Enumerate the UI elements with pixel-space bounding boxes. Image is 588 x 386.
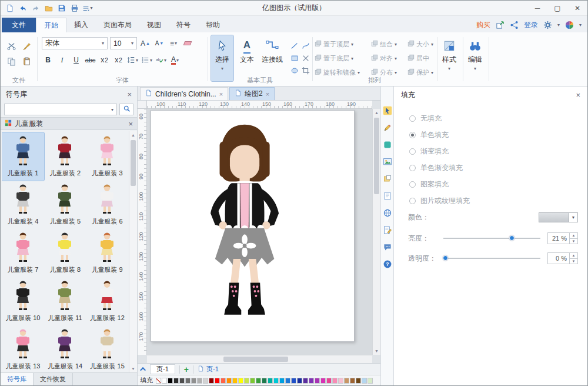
palette-color[interactable] [191, 378, 196, 384]
undo-icon[interactable] [17, 2, 28, 14]
palette-color[interactable] [226, 378, 232, 384]
fill-option-0[interactable]: 无填充 [409, 114, 470, 124]
cut-icon[interactable] [4, 38, 19, 54]
shape-tool-icon[interactable] [382, 139, 393, 150]
spin-down-icon[interactable]: ▼ [570, 239, 577, 244]
line-spacing-button[interactable]: ▾ [126, 54, 139, 66]
font-color-button[interactable]: A▾ [169, 54, 181, 66]
symbol-item[interactable]: 儿童服装 8 [44, 229, 86, 277]
palette-color[interactable] [173, 378, 179, 384]
palette-color[interactable] [326, 378, 332, 384]
symbol-item[interactable]: 儿童服装 4 [2, 181, 44, 229]
select-tool-button[interactable]: 选择 ▾ [211, 35, 233, 81]
collapse-icon[interactable] [140, 367, 146, 373]
comment-tool-icon[interactable] [382, 242, 393, 252]
list-button[interactable]: ▾ [141, 54, 153, 66]
save-icon[interactable] [56, 2, 67, 14]
document-tab-0[interactable]: Children's Clothin...× [140, 87, 228, 100]
open-file-icon[interactable] [43, 2, 54, 14]
arrange-button-3[interactable]: 组合▾ [371, 40, 407, 49]
fill-option-5[interactable]: 图片或纹理填充 [409, 196, 470, 206]
palette-color[interactable] [332, 378, 338, 384]
spin-up-icon[interactable]: ▲ [570, 233, 577, 239]
brightness-slider[interactable] [443, 238, 540, 239]
page-tab[interactable]: 页-1 [150, 364, 175, 374]
redo-icon[interactable] [30, 2, 41, 14]
arrange-button-4[interactable]: 对齐▾ [371, 54, 407, 63]
symbol-item[interactable]: 儿童服装 9 [86, 229, 128, 277]
symbol-item[interactable]: 儿童服装 7 [2, 229, 44, 277]
text-tool-button[interactable]: A 文本 [236, 35, 258, 81]
fill-pointer-tool-icon[interactable] [382, 105, 393, 116]
connector-tool-button[interactable]: 连接线 [259, 35, 285, 81]
paste-icon[interactable] [19, 54, 34, 69]
palette-color[interactable] [197, 378, 202, 384]
grow-font-button[interactable]: A▲ [139, 37, 151, 49]
buy-button[interactable]: 购买 [476, 20, 490, 30]
opacity-slider-knob[interactable] [443, 255, 448, 261]
palette-color[interactable] [268, 378, 273, 384]
palette-color[interactable] [285, 378, 290, 384]
close-tab-icon[interactable]: × [266, 91, 269, 98]
palette-color[interactable] [291, 378, 296, 384]
drawing-page[interactable] [151, 110, 355, 342]
align-button[interactable]: ≡▾ [168, 37, 179, 49]
fill-option-2[interactable]: 渐变填充 [409, 147, 470, 157]
close-tab-icon[interactable]: × [219, 91, 223, 98]
palette-color[interactable] [168, 378, 173, 384]
customize-icon[interactable]: ▾ [82, 2, 93, 14]
subscript-button[interactable]: x2 [98, 54, 111, 66]
edit-button[interactable]: 编辑 ▾ [464, 35, 486, 81]
add-page-icon[interactable]: + [184, 365, 189, 374]
palette-color[interactable] [238, 378, 243, 384]
panel-tab-1[interactable]: 文件恢复 [34, 373, 73, 385]
palette-color[interactable] [250, 378, 255, 384]
crop-tool-icon[interactable] [300, 64, 311, 76]
format-painter-icon[interactable] [19, 38, 34, 54]
scroll-down-icon[interactable]: ▼ [373, 347, 380, 355]
palette-color[interactable] [203, 378, 208, 384]
scroll-up-icon[interactable]: ▲ [129, 131, 137, 139]
palette-color[interactable] [350, 378, 355, 384]
horizontal-scrollbar[interactable] [147, 355, 372, 363]
palette-color[interactable] [256, 378, 261, 384]
close-section-icon[interactable]: × [128, 120, 133, 128]
scrollbar-thumb[interactable] [374, 118, 379, 194]
language-pinwheel-icon[interactable] [565, 21, 574, 29]
palette-color[interactable] [179, 378, 185, 384]
palette-color[interactable] [215, 378, 220, 384]
symbol-item[interactable]: 儿童服装 12 [86, 277, 128, 325]
palette-color[interactable] [320, 378, 326, 384]
palette-color[interactable] [220, 378, 226, 384]
search-button[interactable] [119, 104, 133, 115]
help-tool-icon[interactable]: ? [382, 259, 393, 269]
symbol-item[interactable]: 儿童服装 11 [44, 277, 86, 325]
symbol-item[interactable]: 儿童服装 14 [44, 325, 86, 372]
menu-tab-4[interactable]: 符号 [169, 18, 198, 32]
current-page-indicator[interactable]: 页-1 [198, 365, 219, 374]
pencil-tool-icon[interactable] [382, 122, 393, 133]
canvas-drawing-girl[interactable] [176, 115, 313, 332]
spin-up-icon[interactable]: ▲ [570, 253, 577, 259]
symbol-item[interactable]: 儿童服装 15 [86, 325, 128, 372]
menu-tab-5[interactable]: 帮助 [198, 18, 228, 32]
panel-tab-0[interactable]: 符号库 [1, 373, 34, 385]
font-family-select[interactable]: 宋体 ▾ [42, 37, 108, 49]
symbol-search-input[interactable]: ▾ [4, 104, 117, 115]
symbol-item[interactable]: 儿童服装 2 [44, 132, 86, 181]
share-icon[interactable] [510, 21, 519, 29]
strikethrough-button[interactable]: abc [84, 54, 96, 66]
opacity-spinner[interactable]: 0 % ▲▼ [547, 252, 578, 264]
login-button[interactable]: 登录 [524, 20, 538, 30]
palette-color[interactable] [156, 378, 161, 384]
menu-tab-0[interactable]: 开始 [36, 18, 66, 32]
clear-format-button[interactable] [182, 37, 193, 49]
palette-color[interactable] [262, 378, 267, 384]
note-tool-icon[interactable] [382, 191, 393, 201]
font-size-select[interactable]: 10 ▾ [110, 37, 137, 49]
vertical-scrollbar[interactable]: ▲ ▼ [372, 109, 380, 355]
more-dropdown-icon[interactable]: ▾ [579, 22, 582, 28]
arrange-button-6[interactable]: 大小▾ [407, 40, 437, 49]
bold-button[interactable]: B [42, 54, 54, 66]
container-tool-icon[interactable] [382, 174, 393, 184]
